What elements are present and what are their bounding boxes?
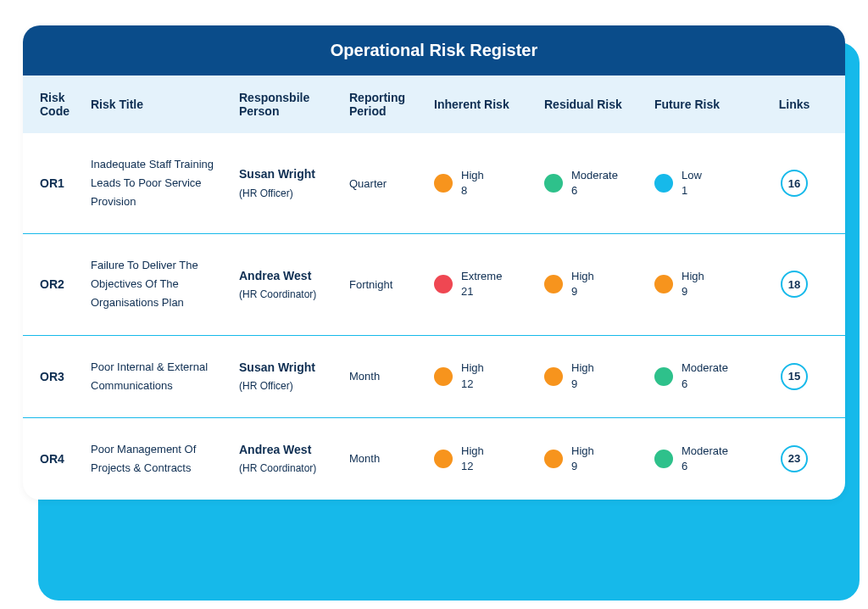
table-header: Risk Code Risk Title Responsbile Person … <box>23 75 845 133</box>
risk-text: High12 <box>461 444 484 474</box>
risk-code: OR2 <box>40 277 91 291</box>
risk-text: Extreme21 <box>461 269 502 299</box>
inherent-risk: High8 <box>434 168 544 198</box>
risk-code: OR3 <box>40 370 91 383</box>
risk-level: High <box>682 269 704 284</box>
risk-dot-icon <box>544 367 563 386</box>
person-name: Susan Wright <box>239 360 315 374</box>
header-future-risk: Future Risk <box>654 98 765 111</box>
risk-register-card: Operational Risk Register Risk Code Risk… <box>23 25 845 500</box>
inherent-risk: High12 <box>434 360 544 391</box>
person-role: (HR Officer) <box>239 186 349 202</box>
risk-score: 1 <box>682 183 702 198</box>
risk-text: High9 <box>571 360 594 391</box>
page-title: Operational Risk Register <box>23 25 845 75</box>
risk-score: 9 <box>571 377 594 392</box>
risk-dot-icon <box>654 174 673 193</box>
reporting-period: Quarter <box>349 177 434 190</box>
risk-score: 9 <box>571 284 594 299</box>
risk-dot-icon <box>434 367 453 386</box>
reporting-period: Month <box>349 452 434 465</box>
reporting-period: Month <box>349 370 434 383</box>
responsible-person: Susan Wright(HR Officer) <box>239 165 349 202</box>
links-cell: 16 <box>765 170 824 197</box>
risk-score: 8 <box>461 183 484 198</box>
person-name: Susan Wright <box>239 167 315 181</box>
risk-level: Extreme <box>461 269 502 284</box>
links-cell: 15 <box>765 363 824 390</box>
responsible-person: Andrea West(HR Coordinator) <box>239 266 349 304</box>
residual-risk: High9 <box>544 269 654 299</box>
risk-score: 9 <box>571 459 594 474</box>
table-row: OR4Poor Management Of Projects & Contrac… <box>23 418 845 500</box>
risk-score: 6 <box>571 183 618 198</box>
risk-dot-icon <box>654 275 673 293</box>
risk-title: Inadequate Staff Training Leads To Poor … <box>91 155 239 211</box>
residual-risk: Moderate6 <box>544 168 654 198</box>
inherent-risk: Extreme21 <box>434 269 544 299</box>
risk-text: High12 <box>461 360 484 391</box>
risk-text: Moderate6 <box>682 444 728 474</box>
links-badge[interactable]: 16 <box>781 170 808 197</box>
inherent-risk: High12 <box>434 444 544 474</box>
risk-dot-icon <box>434 275 453 293</box>
risk-title: Failure To Deliver The Objectives Of The… <box>91 256 239 312</box>
risk-text: High9 <box>571 269 594 299</box>
risk-score: 12 <box>461 377 484 392</box>
future-risk: High9 <box>654 269 765 299</box>
risk-score: 21 <box>461 284 502 299</box>
risk-text: Low1 <box>682 168 702 198</box>
risk-text: Moderate6 <box>571 168 618 198</box>
residual-risk: High9 <box>544 360 654 391</box>
person-role: (HR Coordinator) <box>239 461 349 477</box>
table-body: OR1Inadequate Staff Training Leads To Po… <box>23 133 845 500</box>
links-cell: 18 <box>765 271 824 298</box>
risk-level: Low <box>682 168 702 183</box>
risk-level: Moderate <box>682 360 728 376</box>
future-risk: Moderate6 <box>654 444 765 474</box>
header-risk-code: Risk Code <box>40 91 91 118</box>
residual-risk: High9 <box>544 444 654 474</box>
header-reporting-period: Reporting Period <box>349 91 434 118</box>
header-residual-risk: Residual Risk <box>544 98 654 111</box>
risk-score: 6 <box>682 377 728 392</box>
person-role: (HR Coordinator) <box>239 287 349 303</box>
risk-level: Moderate <box>682 444 728 459</box>
risk-text: High8 <box>461 168 484 198</box>
header-links: Links <box>765 98 824 111</box>
links-badge[interactable]: 18 <box>781 271 808 298</box>
risk-score: 12 <box>461 459 484 474</box>
header-risk-title: Risk Title <box>91 98 239 111</box>
responsible-person: Susan Wright(HR Officer) <box>239 358 349 395</box>
risk-level: High <box>461 360 484 376</box>
links-badge[interactable]: 15 <box>781 363 808 390</box>
risk-text: High9 <box>571 444 594 474</box>
reporting-period: Fortnight <box>349 278 434 291</box>
risk-level: High <box>571 360 594 376</box>
risk-level: Moderate <box>571 168 618 183</box>
risk-dot-icon <box>654 367 673 386</box>
person-name: Andrea West <box>239 443 311 456</box>
risk-level: High <box>461 444 484 459</box>
risk-dot-icon <box>544 450 563 468</box>
risk-level: High <box>571 444 594 459</box>
future-risk: Low1 <box>654 168 765 198</box>
risk-code: OR1 <box>40 176 91 190</box>
risk-text: High9 <box>682 269 704 299</box>
risk-score: 6 <box>682 459 728 474</box>
header-responsible-person: Responsbile Person <box>239 91 349 118</box>
table-row: OR2Failure To Deliver The Objectives Of … <box>23 234 845 335</box>
risk-text: Moderate6 <box>682 360 728 391</box>
risk-code: OR4 <box>40 452 91 466</box>
links-badge[interactable]: 23 <box>781 445 808 472</box>
links-cell: 23 <box>765 445 824 472</box>
risk-title: Poor Management Of Projects & Contracts <box>91 440 239 478</box>
risk-dot-icon <box>434 450 453 468</box>
risk-level: High <box>571 269 594 284</box>
risk-dot-icon <box>434 174 453 193</box>
responsible-person: Andrea West(HR Coordinator) <box>239 440 349 478</box>
person-name: Andrea West <box>239 269 311 282</box>
risk-score: 9 <box>682 284 704 299</box>
risk-dot-icon <box>544 174 563 193</box>
table-row: OR1Inadequate Staff Training Leads To Po… <box>23 133 845 234</box>
